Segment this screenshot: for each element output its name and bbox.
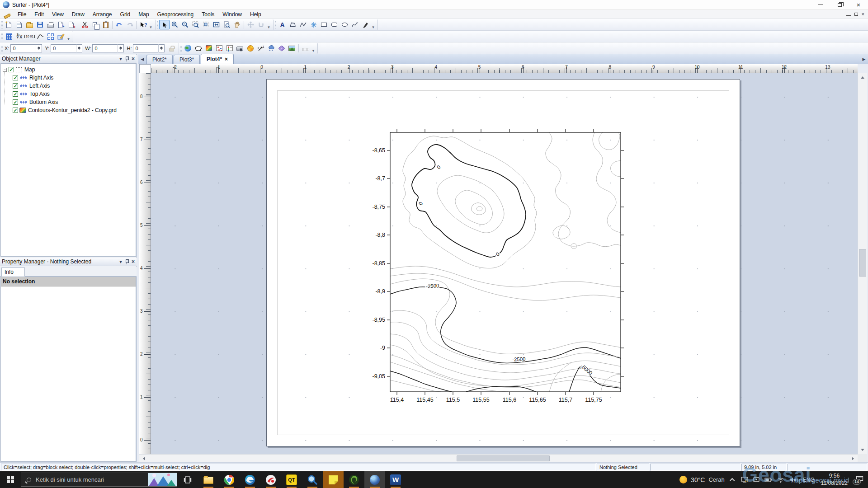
ellipse-tool-button[interactable] (340, 20, 350, 29)
menu-view[interactable]: View (48, 10, 68, 19)
new-worksheet-button[interactable] (14, 20, 24, 29)
tab-info[interactable]: Info (1, 267, 25, 277)
horizontal-scroll-thumb[interactable] (457, 455, 550, 461)
start-button[interactable] (0, 471, 21, 488)
tree-item-right-axis[interactable]: ✓ Right Axis (1, 74, 136, 82)
scroll-right-icon[interactable] (852, 457, 854, 460)
close-button[interactable]: × (849, 0, 868, 10)
tree-expander-icon[interactable]: − (3, 68, 7, 72)
lock-aspect-button[interactable] (166, 43, 177, 53)
grid-mosaic-button[interactable] (45, 32, 56, 41)
toolbar-overflow-icon[interactable]: ▾ (148, 20, 153, 29)
sticky-notes-button[interactable] (323, 471, 344, 488)
rounded-rectangle-tool-button[interactable] (329, 20, 340, 29)
grid-data-button[interactable] (4, 32, 14, 41)
vertical-scrollbar[interactable] (858, 73, 867, 454)
tree-item-top-axis[interactable]: ✓ Top Axis (1, 90, 136, 98)
y-spinner[interactable] (76, 44, 82, 52)
zoom-rectangle-button[interactable] (190, 20, 201, 29)
tab-plot2[interactable]: Plot2* (146, 55, 173, 64)
checkbox-contours[interactable]: ✓ (13, 108, 18, 113)
h-spinner[interactable] (158, 44, 164, 52)
post-map-button[interactable] (214, 43, 224, 53)
toolbar-overflow-icon[interactable]: ▾ (371, 20, 376, 29)
import-button[interactable]: ↘ (66, 20, 76, 29)
zoom-selected-button[interactable] (201, 20, 211, 29)
plot-canvas[interactable]: 115,4115,45115,5115,55115,6115,65115,711… (151, 73, 858, 454)
symbol-tool-button[interactable] (308, 20, 319, 29)
menu-window[interactable]: Window (218, 10, 246, 19)
grid-variogram-button[interactable] (35, 32, 45, 41)
tray-expand-icon[interactable] (730, 478, 735, 483)
menu-draw[interactable]: Draw (68, 10, 89, 19)
tree-item-left-axis[interactable]: ✓ Left Axis (1, 82, 136, 90)
redo-button[interactable] (124, 20, 135, 29)
surface-3d-button[interactable] (276, 43, 287, 53)
tree-item-bottom-axis[interactable]: ✓ Bottom Axis (1, 98, 136, 106)
chrome-button[interactable] (219, 471, 240, 488)
panel-menu-icon[interactable]: ▾ (119, 56, 122, 62)
new-plot-button[interactable]: ✦ (4, 20, 14, 29)
undo-button[interactable] (114, 20, 124, 29)
whats-this-help-button[interactable]: ? (138, 20, 148, 29)
zoom-in-button[interactable] (170, 20, 180, 29)
tab-scroll-right-icon[interactable]: ▶ (860, 55, 868, 64)
toolbar-overflow-icon[interactable]: ▾ (311, 43, 316, 53)
h-input[interactable]: 0 (133, 44, 165, 52)
rectangle-tool-button[interactable] (319, 20, 329, 29)
export-button[interactable]: ↳ (56, 20, 66, 29)
pin-icon[interactable] (125, 259, 128, 264)
panel-menu-icon[interactable]: ▾ (119, 258, 122, 265)
cast-screen-icon[interactable] (741, 477, 748, 483)
checkbox-bottom-axis[interactable]: ✓ (13, 99, 18, 105)
green-swirl-app-button[interactable] (344, 471, 364, 488)
word-button[interactable]: W (385, 471, 406, 488)
menu-geoprocessing[interactable]: Geoprocessing (153, 10, 198, 19)
classed-post-map-button[interactable] (224, 43, 235, 53)
grid-math-button[interactable]: 10 01 (24, 32, 35, 41)
mdi-close-button[interactable]: × (862, 12, 864, 17)
grid-function-button[interactable]: ∛x (14, 32, 24, 41)
menu-edit[interactable]: Edit (30, 10, 48, 19)
scroll-up-icon[interactable] (861, 76, 864, 79)
scale-bar-button[interactable] (300, 43, 311, 53)
menu-map[interactable]: Map (134, 10, 153, 19)
battery-icon[interactable] (764, 477, 772, 483)
toolbar-overflow-icon[interactable]: ▾ (266, 20, 271, 29)
checkbox-right-axis[interactable]: ✓ (13, 75, 18, 80)
open-button[interactable] (24, 20, 35, 29)
contour-map-button[interactable] (203, 43, 214, 53)
tab-plot4[interactable]: Plot4*× (201, 54, 234, 64)
select-tool-button[interactable] (159, 20, 170, 29)
taskbar-search-box[interactable]: Ketik di sini untuk mencari (21, 473, 177, 487)
scroll-down-icon[interactable] (861, 449, 864, 451)
tab-close-icon[interactable]: × (225, 56, 228, 62)
edge-button[interactable] (240, 471, 260, 488)
checkbox-map[interactable]: ✓ (9, 67, 14, 72)
mdi-restore-button[interactable] (854, 13, 858, 16)
task-view-button[interactable] (177, 471, 198, 488)
file-explorer-button[interactable] (198, 471, 219, 488)
checkbox-left-axis[interactable]: ✓ (13, 83, 18, 89)
app-red-ribbon-button[interactable] (260, 471, 281, 488)
minimize-button[interactable] (811, 0, 830, 10)
pan-tool-button[interactable] (232, 20, 242, 29)
shaded-relief-button[interactable] (245, 43, 255, 53)
search-app-button[interactable] (302, 471, 323, 488)
wifi-icon[interactable] (777, 477, 784, 483)
y-input[interactable]: 0 (51, 44, 82, 52)
toolbar-overflow-icon[interactable]: ▾ (66, 32, 71, 41)
weather-widget[interactable]: 30°C Cerah (679, 476, 725, 483)
scroll-left-icon[interactable] (143, 457, 145, 460)
clock[interactable]: 9:56 11/08/2022 (821, 473, 848, 487)
spline-tool-button[interactable] (350, 20, 360, 29)
tablet-pen-icon[interactable] (753, 477, 760, 483)
pin-icon[interactable] (125, 56, 128, 61)
save-button[interactable] (35, 20, 45, 29)
reshape-tool-button[interactable] (360, 20, 371, 29)
vertical-ruler[interactable]: 876543210 (139, 73, 151, 454)
x-spinner[interactable] (36, 44, 42, 52)
grid-values-button[interactable] (266, 43, 276, 53)
print-button[interactable] (45, 20, 56, 29)
horizontal-scrollbar[interactable] (139, 454, 858, 462)
